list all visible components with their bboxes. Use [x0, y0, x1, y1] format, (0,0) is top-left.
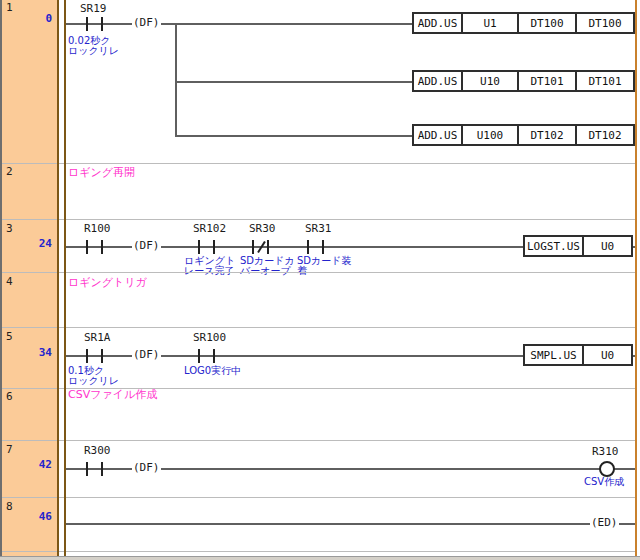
row-number: 1	[6, 2, 13, 13]
nc-contact[interactable]	[252, 240, 269, 254]
column-border	[57, 0, 59, 556]
row-number: 3	[6, 223, 13, 234]
block-opcode[interactable]: LOGST.US	[525, 237, 582, 255]
right-rail	[635, 0, 637, 556]
branch-wire	[175, 23, 177, 137]
wire	[66, 523, 593, 525]
device-comment: レース完了	[184, 266, 234, 276]
row-number: 4	[6, 276, 13, 287]
contact-label: SR19	[80, 3, 107, 14]
block-operand[interactable]: DT101	[517, 72, 575, 90]
block-operand[interactable]: DT100	[517, 14, 575, 32]
block-comment[interactable]: CSVファイル作成	[68, 389, 157, 400]
block-opcode[interactable]: ADD.US	[414, 126, 461, 144]
device-comment: ロックリレ	[68, 46, 119, 56]
contact-label: R300	[84, 445, 111, 456]
step-address: 42	[12, 459, 52, 470]
device-comment: バーオープ	[240, 266, 291, 276]
block-opcode[interactable]: ADD.US	[414, 14, 461, 32]
device-comment: 着	[297, 266, 307, 276]
instruction-block-logst[interactable]: LOGST.US U0	[523, 235, 633, 257]
step-address: 24	[12, 238, 52, 249]
device-comment: LOG0実行中	[184, 366, 241, 376]
end-instruction[interactable]: (ED)	[590, 517, 619, 529]
block-operand[interactable]: U100	[461, 126, 517, 144]
instruction-block-add[interactable]: ADD.US U10 DT101 DT101	[412, 70, 635, 92]
row-number: 6	[6, 391, 13, 402]
block-operand[interactable]: DT102	[517, 126, 575, 144]
block-operand[interactable]: U0	[582, 237, 631, 255]
block-operand[interactable]: DT101	[575, 72, 633, 90]
wire	[612, 468, 637, 470]
no-contact[interactable]	[198, 240, 215, 254]
block-operand[interactable]: DT102	[575, 126, 633, 144]
no-contact[interactable]	[198, 349, 215, 363]
row-divider	[2, 163, 637, 164]
row-divider	[2, 327, 637, 328]
contact-label: SR102	[193, 223, 226, 234]
row-divider	[2, 219, 637, 220]
left-edge	[0, 0, 2, 560]
no-contact[interactable]	[86, 462, 103, 476]
wire	[66, 23, 412, 25]
contact-label: SR100	[193, 332, 226, 343]
step-address: 46	[12, 511, 52, 522]
instruction-block-add[interactable]: ADD.US U1 DT100 DT100	[412, 12, 635, 34]
block-operand[interactable]: U1	[461, 14, 517, 32]
block-operand[interactable]: DT100	[575, 14, 633, 32]
row-number: 7	[6, 444, 13, 455]
row-divider	[2, 440, 637, 441]
df-instruction[interactable]: (DF)	[132, 17, 161, 29]
contact-label: R100	[84, 223, 111, 234]
bottom-edge	[0, 556, 640, 560]
instruction-block-smpl[interactable]: SMPL.US U0	[523, 344, 633, 366]
row-divider	[2, 551, 637, 552]
block-opcode[interactable]: ADD.US	[414, 72, 461, 90]
row-divider	[2, 497, 637, 498]
instruction-block-add[interactable]: ADD.US U100 DT102 DT102	[412, 124, 635, 146]
ladder-editor: 1 2 3 4 5 6 7 8 0 24 34 42 46 SR19 (DF) …	[0, 0, 640, 560]
block-comment[interactable]: ロギングトリガ	[68, 277, 147, 288]
no-contact[interactable]	[86, 349, 103, 363]
no-contact[interactable]	[86, 17, 103, 31]
block-opcode[interactable]: SMPL.US	[525, 346, 582, 364]
block-comment[interactable]: ロギング再開	[68, 167, 135, 178]
row-number: 2	[6, 166, 13, 177]
block-operand[interactable]: U10	[461, 72, 517, 90]
no-contact[interactable]	[86, 240, 103, 254]
wire	[175, 81, 412, 83]
contact-label: SR1A	[84, 332, 111, 343]
contact-label: SR31	[305, 223, 332, 234]
step-address: 0	[12, 13, 52, 24]
wire	[175, 135, 412, 137]
contact-label: SR30	[249, 223, 276, 234]
ladder-left-border	[64, 0, 66, 556]
nc-slash	[257, 241, 266, 253]
df-instruction[interactable]: (DF)	[132, 240, 161, 252]
device-comment: ロックリレ	[68, 376, 119, 386]
df-instruction[interactable]: (DF)	[132, 462, 161, 474]
step-address: 34	[12, 347, 52, 358]
df-instruction[interactable]: (DF)	[132, 349, 161, 361]
device-comment: CSV作成	[584, 477, 624, 487]
row-divider	[2, 388, 637, 389]
output-coil[interactable]	[599, 461, 615, 477]
block-operand[interactable]: U0	[582, 346, 631, 364]
row-number: 5	[6, 331, 13, 342]
row-divider	[2, 272, 637, 273]
coil-label: R310	[592, 446, 619, 457]
no-contact[interactable]	[307, 240, 324, 254]
